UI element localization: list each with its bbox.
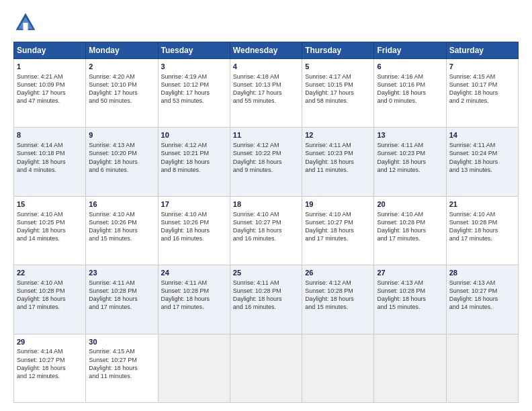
calendar-cell: 7Sunrise: 4:15 AMSunset: 10:17 PMDayligh… — [446, 59, 518, 128]
calendar-cell: 11Sunrise: 4:12 AMSunset: 10:22 PMDaylig… — [230, 128, 302, 196]
calendar-week-2: 8Sunrise: 4:14 AMSunset: 10:18 PMDayligh… — [14, 128, 519, 196]
calendar-cell: 8Sunrise: 4:14 AMSunset: 10:18 PMDayligh… — [14, 128, 86, 196]
day-info: and 16 minutes. — [161, 234, 227, 242]
day-info: and 15 minutes. — [305, 303, 371, 311]
day-info: and 17 minutes. — [161, 303, 227, 311]
day-info: Daylight: 17 hours — [233, 89, 299, 97]
day-number: 8 — [17, 130, 83, 140]
day-info: Sunrise: 4:11 AM — [305, 141, 371, 149]
calendar-week-3: 15Sunrise: 4:10 AMSunset: 10:25 PMDaylig… — [14, 196, 519, 265]
day-info: Sunrise: 4:11 AM — [377, 141, 443, 149]
calendar-cell: 4Sunrise: 4:18 AMSunset: 10:13 PMDayligh… — [230, 59, 302, 128]
day-info: and 12 minutes. — [377, 166, 443, 174]
calendar-cell: 9Sunrise: 4:13 AMSunset: 10:20 PMDayligh… — [86, 128, 158, 196]
day-info: Sunset: 10:28 PM — [377, 287, 443, 295]
calendar-cell — [158, 334, 230, 402]
day-info: and 53 minutes. — [161, 97, 227, 105]
day-info: Sunrise: 4:14 AM — [17, 141, 83, 149]
day-info: Sunrise: 4:10 AM — [89, 210, 154, 218]
day-info: Sunset: 10:10 PM — [89, 81, 154, 89]
calendar-cell — [446, 334, 518, 402]
day-info: Daylight: 18 hours — [233, 295, 299, 303]
day-info: Sunrise: 4:10 AM — [17, 279, 83, 287]
day-number: 30 — [89, 337, 154, 347]
day-info: Daylight: 17 hours — [305, 89, 371, 97]
day-info: and 12 minutes. — [17, 372, 83, 380]
day-number: 6 — [377, 62, 443, 72]
day-info: Daylight: 18 hours — [89, 158, 154, 166]
day-info: Sunset: 10:28 PM — [233, 287, 299, 295]
day-number: 12 — [305, 130, 371, 140]
calendar-cell: 19Sunrise: 4:10 AMSunset: 10:27 PMDaylig… — [302, 196, 374, 265]
day-number: 24 — [161, 268, 227, 278]
day-number: 19 — [305, 199, 371, 210]
day-info: Sunset: 10:28 PM — [305, 287, 371, 295]
day-info: Daylight: 18 hours — [377, 89, 443, 97]
day-info: and 55 minutes. — [233, 97, 299, 105]
day-info: Sunrise: 4:10 AM — [377, 210, 443, 218]
day-number: 25 — [233, 268, 299, 278]
day-info: Sunset: 10:23 PM — [377, 149, 443, 157]
day-info: and 6 minutes. — [89, 166, 154, 174]
calendar-cell: 20Sunrise: 4:10 AMSunset: 10:28 PMDaylig… — [374, 196, 446, 265]
day-info: and 11 minutes. — [305, 166, 371, 174]
day-info: Sunrise: 4:19 AM — [161, 73, 227, 81]
calendar-cell: 1Sunrise: 4:21 AMSunset: 10:09 PMDayligh… — [14, 59, 86, 128]
calendar-cell: 17Sunrise: 4:10 AMSunset: 10:26 PMDaylig… — [158, 196, 230, 265]
day-info: Daylight: 18 hours — [305, 158, 371, 166]
day-info: Sunrise: 4:13 AM — [449, 279, 515, 287]
day-info: Sunset: 10:23 PM — [305, 149, 371, 157]
day-info: and 15 minutes. — [89, 234, 154, 242]
day-info: Sunset: 10:28 PM — [377, 218, 443, 226]
day-info: and 13 minutes. — [449, 166, 515, 174]
day-info: and 16 minutes. — [233, 234, 299, 242]
day-info: and 14 minutes. — [449, 303, 515, 311]
day-number: 28 — [449, 268, 515, 278]
day-info: Daylight: 18 hours — [449, 158, 515, 166]
day-number: 18 — [233, 199, 299, 210]
day-info: and 17 minutes. — [305, 234, 371, 242]
day-info: Sunrise: 4:13 AM — [377, 279, 443, 287]
calendar-cell: 5Sunrise: 4:17 AMSunset: 10:15 PMDayligh… — [302, 59, 374, 128]
day-info: Sunset: 10:27 PM — [449, 287, 515, 295]
day-number: 7 — [449, 62, 515, 72]
day-info: Daylight: 18 hours — [449, 295, 515, 303]
day-number: 20 — [377, 199, 443, 210]
calendar-week-4: 22Sunrise: 4:10 AMSunset: 10:28 PMDaylig… — [14, 265, 519, 334]
day-number: 4 — [233, 62, 299, 72]
day-number: 23 — [89, 268, 154, 278]
day-info: Sunrise: 4:10 AM — [161, 210, 227, 218]
day-info: Daylight: 18 hours — [89, 295, 154, 303]
day-info: and 4 minutes. — [17, 166, 83, 174]
day-info: Sunset: 10:15 PM — [305, 81, 371, 89]
calendar-header: SundayMondayTuesdayWednesdayThursdayFrid… — [14, 42, 519, 59]
logo-icon — [13, 11, 38, 35]
day-info: and 0 minutes. — [377, 97, 443, 105]
calendar-cell: 14Sunrise: 4:11 AMSunset: 10:24 PMDaylig… — [446, 128, 518, 196]
day-info: Sunset: 10:28 PM — [89, 287, 154, 295]
calendar-cell: 10Sunrise: 4:12 AMSunset: 10:21 PMDaylig… — [158, 128, 230, 196]
day-info: Sunrise: 4:20 AM — [89, 73, 154, 81]
day-header-wednesday: Wednesday — [230, 42, 302, 59]
header-row: SundayMondayTuesdayWednesdayThursdayFrid… — [14, 42, 519, 59]
day-info: Sunset: 10:27 PM — [233, 218, 299, 226]
day-info: and 14 minutes. — [17, 234, 83, 242]
day-info: Sunset: 10:17 PM — [449, 81, 515, 89]
calendar-cell: 21Sunrise: 4:10 AMSunset: 10:28 PMDaylig… — [446, 196, 518, 265]
calendar-cell: 28Sunrise: 4:13 AMSunset: 10:27 PMDaylig… — [446, 265, 518, 334]
day-info: Sunset: 10:09 PM — [17, 81, 83, 89]
calendar-cell: 25Sunrise: 4:11 AMSunset: 10:28 PMDaylig… — [230, 265, 302, 334]
day-header-tuesday: Tuesday — [158, 42, 230, 59]
day-info: Sunrise: 4:12 AM — [233, 141, 299, 149]
day-info: Sunset: 10:16 PM — [377, 81, 443, 89]
day-header-friday: Friday — [374, 42, 446, 59]
header — [13, 11, 519, 35]
day-info: Sunrise: 4:11 AM — [449, 141, 515, 149]
day-info: Daylight: 18 hours — [305, 226, 371, 234]
day-number: 3 — [161, 62, 227, 72]
day-number: 10 — [161, 130, 227, 140]
day-number: 1 — [17, 62, 83, 72]
day-number: 22 — [17, 268, 83, 278]
calendar-cell — [302, 334, 374, 402]
calendar-week-1: 1Sunrise: 4:21 AMSunset: 10:09 PMDayligh… — [14, 59, 519, 128]
